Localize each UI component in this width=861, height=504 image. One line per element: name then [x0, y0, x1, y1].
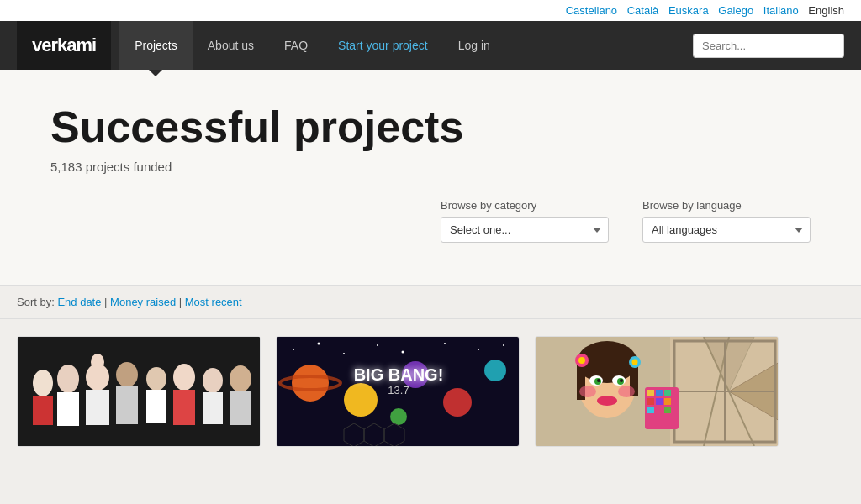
svg-rect-10: [146, 390, 166, 423]
svg-text:BIG BANG!: BIG BANG!: [354, 365, 444, 384]
nav-about[interactable]: About us: [193, 21, 269, 70]
category-filter-label: Browse by category: [441, 199, 609, 212]
svg-point-58: [620, 379, 623, 382]
svg-rect-70: [647, 398, 654, 405]
project-image: BIG BANG! 13.7: [277, 337, 519, 446]
nav-start-project[interactable]: Start your project: [323, 21, 443, 70]
svg-rect-2: [33, 396, 53, 425]
sort-money-raised[interactable]: Money raised: [110, 296, 176, 308]
projects-count: 5,183 projects funded: [50, 160, 811, 174]
space-svg: BIG BANG! 13.7: [277, 337, 519, 446]
svg-rect-69: [664, 390, 671, 396]
svg-text:13.7: 13.7: [388, 384, 409, 396]
svg-point-1: [33, 370, 53, 396]
sort-end-date[interactable]: End date: [57, 296, 101, 308]
project-image: [536, 337, 778, 446]
svg-point-3: [57, 365, 79, 393]
main-nav: verkami Projects About us FAQ Start your…: [0, 21, 861, 70]
svg-point-11: [173, 364, 195, 391]
search-box: ▼: [693, 34, 844, 58]
svg-point-23: [377, 344, 378, 346]
language-bar: Castellano Català Euskara Galego Italian…: [0, 0, 861, 21]
sort-most-recent[interactable]: Most recent: [185, 296, 242, 308]
sort-separator-2: |: [179, 296, 185, 308]
nav-faq[interactable]: FAQ: [269, 21, 323, 70]
hero-section: Successful projects 5,183 projects funde…: [0, 70, 861, 286]
svg-point-63: [578, 357, 585, 364]
page-title: Successful projects: [50, 103, 811, 151]
svg-point-30: [344, 383, 378, 417]
lang-euskara[interactable]: Euskara: [668, 4, 709, 17]
language-filter-group: Browse by language All languages Catalan…: [642, 199, 811, 243]
svg-rect-14: [203, 392, 223, 424]
project-image: [18, 337, 260, 446]
svg-rect-73: [647, 407, 654, 413]
svg-point-9: [146, 367, 166, 391]
svg-point-60: [618, 386, 635, 397]
svg-rect-18: [92, 358, 103, 375]
projects-section: BIG BANG! 13.7: [0, 319, 861, 464]
lang-galego[interactable]: Galego: [718, 4, 753, 17]
svg-rect-72: [664, 398, 671, 405]
logo-container: verkami: [17, 21, 111, 70]
project-card[interactable]: BIG BANG! 13.7: [276, 336, 520, 447]
project-card[interactable]: [17, 336, 261, 447]
svg-rect-4: [57, 392, 79, 426]
logo: verkami: [32, 34, 96, 56]
svg-point-25: [444, 343, 446, 344]
svg-rect-71: [656, 398, 663, 405]
svg-rect-0: [18, 337, 260, 446]
svg-rect-74: [656, 407, 663, 413]
projects-grid: BIG BANG! 13.7: [17, 336, 844, 447]
svg-point-13: [203, 368, 223, 393]
svg-point-27: [503, 344, 504, 346]
svg-rect-16: [230, 391, 251, 425]
nav-links: Projects About us FAQ Start your project…: [119, 21, 693, 70]
current-language: English: [808, 4, 844, 17]
svg-point-55: [597, 379, 600, 382]
category-filter-group: Browse by category Select one... Art Com…: [441, 199, 609, 243]
svg-point-61: [597, 396, 617, 406]
svg-point-21: [318, 343, 320, 345]
lang-castellano[interactable]: Castellano: [566, 4, 617, 17]
svg-point-32: [443, 388, 472, 417]
svg-point-33: [484, 360, 506, 381]
sort-label: Sort by:: [17, 296, 55, 308]
lang-catala[interactable]: Català: [627, 4, 659, 17]
svg-point-26: [478, 349, 479, 350]
svg-point-15: [230, 365, 251, 392]
svg-point-7: [116, 362, 138, 387]
svg-point-24: [402, 351, 404, 354]
svg-rect-12: [173, 390, 195, 425]
fashion-svg: [536, 337, 778, 446]
lang-italiano[interactable]: Italiano: [763, 4, 799, 17]
svg-rect-75: [664, 407, 671, 413]
svg-point-34: [390, 408, 407, 425]
category-filter-select[interactable]: Select one... Art Comics Community Dance…: [441, 217, 609, 243]
svg-rect-67: [647, 390, 654, 396]
search-input[interactable]: [694, 34, 844, 57]
svg-point-59: [579, 386, 596, 397]
svg-rect-6: [86, 390, 109, 425]
crowd-svg: [18, 337, 260, 446]
filters-row: Browse by category Select one... Art Com…: [50, 199, 811, 243]
svg-rect-68: [656, 390, 663, 396]
nav-login[interactable]: Log in: [443, 21, 505, 70]
svg-rect-8: [116, 386, 138, 424]
nav-projects[interactable]: Projects: [119, 21, 193, 70]
nav-search-area: ▼: [693, 34, 844, 58]
project-card[interactable]: [535, 336, 779, 447]
svg-point-22: [343, 353, 345, 354]
language-filter-label: Browse by language: [642, 199, 811, 212]
svg-point-20: [293, 349, 294, 350]
svg-point-65: [632, 360, 638, 365]
svg-point-28: [292, 365, 329, 402]
language-filter-select[interactable]: All languages Catalan Spanish Basque Gal…: [642, 217, 811, 243]
sort-bar: Sort by: End date | Money raised | Most …: [0, 286, 861, 319]
